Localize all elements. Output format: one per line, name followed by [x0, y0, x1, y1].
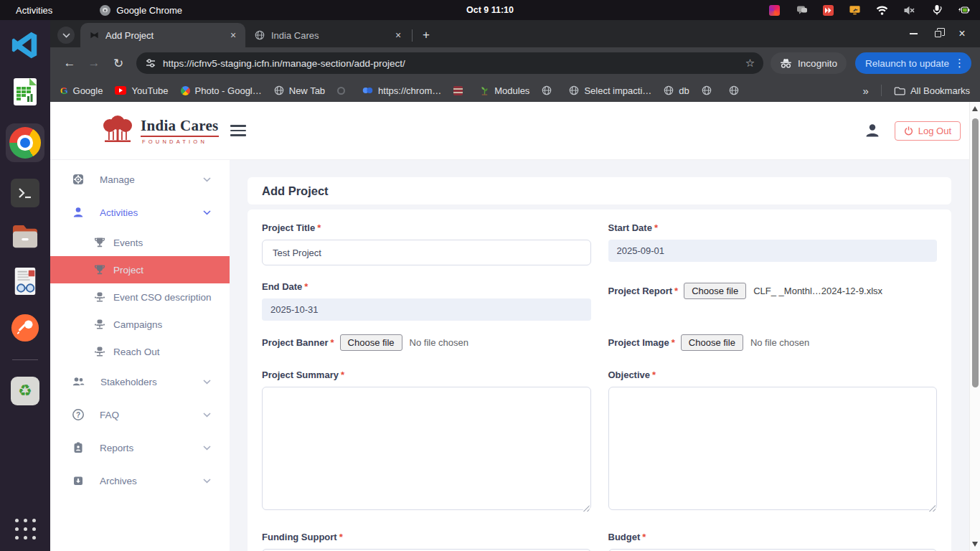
tab-search-button[interactable] — [57, 27, 75, 44]
bookmark-modules[interactable]: Modules — [480, 85, 529, 96]
anydesk-icon[interactable] — [823, 5, 834, 16]
globe-icon — [729, 85, 739, 95]
back-button[interactable]: ← — [59, 52, 80, 74]
scrollbar-down-arrow[interactable] — [972, 542, 978, 547]
app-grid-button[interactable] — [15, 519, 36, 540]
globe-icon — [702, 85, 712, 95]
bookmark-db[interactable]: db — [664, 85, 689, 96]
dim-circle-icon — [337, 87, 345, 95]
bookmark-new-tab[interactable]: New Tab — [274, 85, 325, 96]
microphone-icon[interactable] — [930, 4, 943, 17]
volume-muted-icon[interactable] — [903, 4, 915, 17]
tab-add-project[interactable]: Add Project × — [80, 23, 245, 47]
sidebar-subitem-label: Events — [113, 237, 143, 248]
project-banner-choose-file-button[interactable]: Choose file — [340, 334, 402, 351]
dock-item-postman[interactable] — [10, 313, 40, 343]
bookmarks-separator — [881, 85, 882, 96]
end-date-input[interactable] — [262, 298, 591, 321]
bookmark-select-impact[interactable]: Select impacti… — [569, 85, 651, 96]
bookmark-globe-1[interactable] — [542, 85, 557, 95]
bookmark-chrome-link[interactable]: https://chrom… — [362, 85, 441, 96]
bookmark-globe-3[interactable] — [729, 85, 744, 95]
battery-charging-icon[interactable] — [958, 4, 970, 17]
kebab-menu-icon[interactable]: ⋮ — [954, 57, 965, 70]
sidebar-item-manage[interactable]: Manage — [50, 163, 230, 196]
minimize-button[interactable] — [901, 24, 925, 44]
site-settings-icon[interactable] — [145, 57, 156, 69]
restore-button[interactable] — [925, 24, 950, 44]
bookmarks-overflow-chevron[interactable]: » — [863, 85, 869, 97]
user-profile-icon[interactable] — [864, 122, 881, 139]
sidebar-item-archives[interactable]: Archives — [50, 464, 230, 497]
chair-icon — [93, 345, 106, 358]
color-cube-icon[interactable] — [768, 4, 781, 17]
hamburger-menu-button[interactable] — [230, 125, 246, 136]
dock-item-libreoffice-calc[interactable] — [11, 77, 39, 107]
field-label: Objective — [608, 369, 651, 380]
logout-button[interactable]: Log Out — [895, 121, 961, 141]
project-image-choose-file-button[interactable]: Choose file — [681, 334, 743, 351]
bookmark-google-photos[interactable]: Photo - Googl… — [181, 85, 262, 96]
bookmark-label: db — [679, 85, 689, 96]
project-summary-textarea[interactable] — [262, 387, 591, 510]
dock-item-terminal[interactable] — [11, 179, 39, 207]
bookmark-star-icon[interactable]: ☆ — [745, 57, 755, 70]
field-label: Budget — [608, 532, 641, 542]
dock-item-files[interactable] — [10, 224, 40, 250]
project-report-choose-file-button[interactable]: Choose file — [684, 283, 746, 299]
chat-icon[interactable] — [796, 4, 808, 17]
brand-logo[interactable]: India Cares Foundation — [100, 116, 219, 146]
dock-item-google-chrome[interactable] — [6, 123, 44, 162]
sidebar-item-activities[interactable]: Activities — [50, 196, 230, 229]
chevron-down-icon — [203, 210, 211, 215]
screen-share-icon[interactable] — [849, 4, 861, 17]
focused-app-indicator[interactable]: Google Chrome — [100, 5, 182, 16]
sidebar-subitem-campaigns[interactable]: Campaigns — [50, 311, 230, 338]
tab-close-icon[interactable]: × — [392, 29, 405, 42]
wifi-icon[interactable] — [876, 4, 888, 17]
dock-item-vscode[interactable] — [10, 30, 40, 60]
all-bookmarks-button[interactable]: All Bookmarks — [894, 85, 970, 96]
sidebar-subitem-events[interactable]: Events — [50, 229, 230, 256]
trophy-icon — [93, 263, 106, 276]
sidebar-subitem-project[interactable]: Project — [50, 256, 230, 283]
page-scrollbar[interactable] — [969, 102, 980, 551]
bookmark-youtube[interactable]: YouTube — [115, 85, 168, 96]
tab-india-cares[interactable]: India Cares × — [245, 23, 410, 47]
trophy-icon — [93, 236, 106, 249]
sidebar-subitem-label: Campaigns — [113, 319, 162, 330]
sidebar-item-faq[interactable]: ? FAQ — [50, 398, 230, 431]
chrome-icon — [9, 127, 41, 159]
clock[interactable]: Oct 9 11:10 — [466, 5, 514, 15]
scrollbar-up-arrow[interactable] — [972, 106, 978, 111]
address-bar[interactable]: https://icfnv5-staging.icfn.in/manage-se… — [136, 52, 763, 74]
start-date-input[interactable] — [608, 240, 938, 262]
activities-button[interactable]: Activities — [10, 4, 58, 17]
field-start-date: Start Date* — [608, 222, 938, 265]
bookmark-google[interactable]: G Google — [60, 85, 103, 96]
new-tab-button[interactable]: + — [417, 26, 435, 44]
close-button[interactable]: × — [950, 24, 974, 44]
sidebar-subitem-event-cso-description[interactable]: Event CSO description — [50, 283, 230, 311]
chevron-down-icon — [203, 413, 211, 418]
project-title-input[interactable] — [262, 240, 591, 265]
sidebar-item-reports[interactable]: Reports — [50, 431, 230, 464]
dock-item-document-viewer[interactable] — [11, 266, 39, 296]
bookmark-unnamed[interactable] — [337, 87, 350, 95]
sidebar-item-label: FAQ — [100, 410, 119, 420]
sidebar-item-stakeholders[interactable]: Stakeholders — [50, 365, 230, 398]
tab-close-icon[interactable]: × — [227, 29, 240, 42]
bookmark-globe-2[interactable] — [702, 85, 717, 95]
sidebar-subitem-label: Reach Out — [113, 347, 160, 357]
objective-textarea[interactable] — [608, 387, 938, 510]
bookmark-bajaj[interactable] — [453, 86, 468, 95]
brand-title: India Cares — [141, 117, 219, 135]
forward-button[interactable]: → — [83, 52, 105, 74]
scrollbar-thumb[interactable] — [972, 118, 979, 387]
sidebar-subitem-reach-out[interactable]: Reach Out — [50, 338, 230, 365]
globe-icon — [569, 85, 579, 95]
relaunch-to-update-button[interactable]: Relaunch to update ⋮ — [855, 52, 971, 74]
dock-item-trash[interactable]: ♻ — [11, 377, 39, 405]
reload-button[interactable]: ↻ — [108, 52, 129, 74]
chair-icon — [93, 318, 106, 331]
